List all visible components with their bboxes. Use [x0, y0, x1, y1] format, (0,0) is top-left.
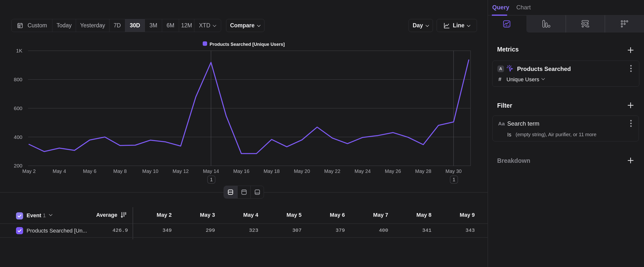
svg-text:200: 200 [14, 163, 22, 168]
svg-text:May 22: May 22 [324, 168, 340, 174]
svg-text:May 14: May 14 [203, 168, 219, 174]
svg-text:May 10: May 10 [142, 168, 158, 174]
svg-text:May 12: May 12 [173, 168, 189, 174]
svg-text:1: 1 [452, 177, 455, 182]
svg-text:400: 400 [14, 134, 22, 140]
svg-text:May 16: May 16 [233, 168, 250, 174]
svg-text:May 24: May 24 [354, 168, 371, 174]
svg-text:May 4: May 4 [53, 168, 66, 174]
svg-text:May 28: May 28 [415, 168, 432, 174]
svg-text:May 18: May 18 [264, 168, 280, 174]
svg-text:800: 800 [14, 77, 22, 82]
svg-text:May 2: May 2 [22, 168, 36, 174]
svg-text:1K: 1K [16, 48, 22, 54]
svg-text:May 8: May 8 [114, 168, 127, 174]
svg-text:May 26: May 26 [385, 168, 401, 174]
svg-text:1: 1 [210, 177, 213, 182]
svg-text:600: 600 [14, 105, 22, 111]
svg-text:May 30: May 30 [446, 168, 462, 174]
svg-text:May 6: May 6 [83, 168, 96, 174]
svg-text:May 20: May 20 [294, 168, 310, 174]
